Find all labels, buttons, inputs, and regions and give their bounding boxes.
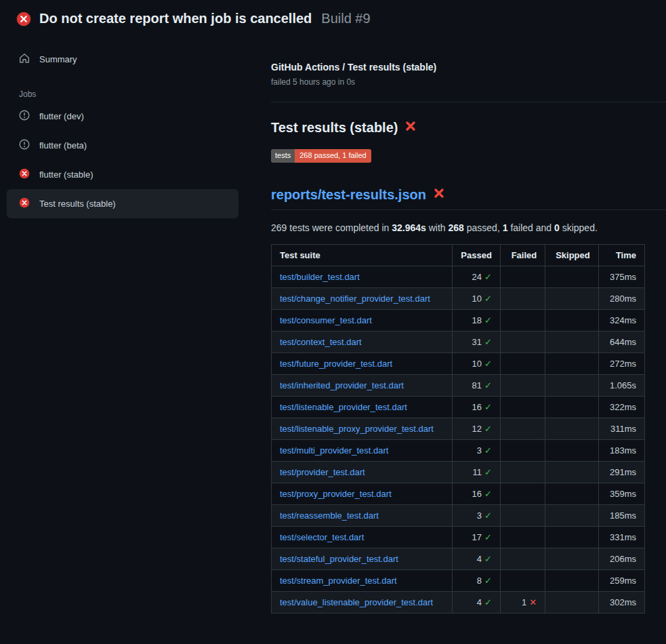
table-row: test/proxy_provider_test.dart16✓359ms — [272, 483, 645, 505]
sidebar-item-label: flutter (dev) — [39, 111, 84, 121]
passed-cell-value: 10 — [472, 359, 482, 369]
passed-cell: 18✓ — [453, 310, 501, 331]
summary-text: 269 tests were completed in — [271, 222, 392, 233]
suite-link[interactable]: test/selector_test.dart — [280, 532, 364, 542]
run-title: Do not create report when job is cancell… — [39, 11, 312, 26]
sidebar-item-flutter-dev[interactable]: flutter (dev) — [7, 102, 238, 131]
check-icon: ✓ — [484, 294, 492, 304]
suite-link[interactable]: test/listenable_proxy_provider_test.dart — [280, 424, 434, 434]
time-cell: 322ms — [598, 397, 644, 418]
report-link[interactable]: reports/test-results.json — [271, 187, 426, 203]
stale-circle-exclamation-icon — [19, 110, 30, 123]
sidebar-item-flutter-beta[interactable]: flutter (beta) — [7, 131, 238, 160]
suite-link[interactable]: test/change_notifier_provider_test.dart — [280, 294, 430, 304]
table-row: test/stateful_provider_test.dart4✓206ms — [272, 548, 645, 570]
time-cell: 375ms — [598, 266, 644, 288]
check-icon: ✓ — [484, 467, 492, 477]
suite-link[interactable]: test/listenable_provider_test.dart — [280, 402, 407, 412]
passed-cell-value: 3 — [477, 445, 482, 456]
col-header-time: Time — [598, 245, 644, 266]
failed-cell — [500, 310, 545, 331]
table-row: test/value_listenable_provider_test.dart… — [272, 592, 645, 613]
passed-cell: 8✓ — [453, 570, 501, 592]
time-cell: 324ms — [598, 310, 644, 331]
skipped-cell — [545, 397, 598, 418]
suite-link[interactable]: test/consumer_test.dart — [280, 315, 372, 325]
suite-cell: test/listenable_provider_test.dart — [272, 397, 453, 418]
check-icon: ✓ — [484, 359, 492, 369]
skipped-cell — [545, 288, 598, 310]
skipped-cell — [545, 353, 598, 375]
skipped-cell — [545, 527, 598, 548]
table-row: test/reassemble_test.dart3✓185ms — [272, 505, 645, 527]
sidebar-item-flutter-stable[interactable]: flutter (stable) — [7, 160, 238, 189]
suite-link[interactable]: test/future_provider_test.dart — [280, 359, 392, 369]
sidebar-item-summary[interactable]: Summary — [7, 47, 238, 72]
time-cell: 206ms — [598, 548, 644, 570]
x-circle-fill-icon — [19, 168, 30, 181]
passed-cell-value: 17 — [472, 532, 482, 542]
passed-cell-value: 4 — [477, 597, 482, 607]
suite-link[interactable]: test/multi_provider_test.dart — [280, 445, 388, 456]
failed-cell: 1✕ — [500, 592, 545, 613]
sidebar-item-label: flutter (beta) — [39, 140, 87, 150]
table-row: test/selector_test.dart17✓331ms — [272, 527, 645, 548]
suite-cell: test/stateful_provider_test.dart — [272, 548, 453, 570]
check-icon: ✓ — [484, 337, 492, 347]
time-cell: 644ms — [598, 331, 644, 353]
summary-skipped: 0 — [554, 222, 560, 233]
failed-cell — [500, 570, 545, 592]
summary-failed: 1 — [503, 222, 508, 233]
skipped-cell — [545, 418, 598, 440]
suite-cell: test/provider_test.dart — [272, 462, 453, 483]
divider — [271, 102, 666, 102]
suite-link[interactable]: test/stream_provider_test.dart — [280, 576, 397, 586]
suite-link[interactable]: test/inherited_provider_test.dart — [280, 380, 404, 390]
badge-label: tests — [271, 149, 295, 163]
passed-cell: 10✓ — [453, 353, 501, 375]
report-heading: reports/test-results.json — [271, 187, 666, 210]
results-table-body: test/builder_test.dart24✓375mstest/chang… — [272, 266, 645, 613]
test-results-table: Test suite Passed Failed Skipped Time te… — [271, 244, 645, 613]
check-icon: ✓ — [484, 532, 492, 542]
suite-link[interactable]: test/provider_test.dart — [280, 467, 365, 477]
suite-link[interactable]: test/reassemble_test.dart — [280, 510, 379, 521]
passed-cell-value: 16 — [472, 402, 482, 412]
red-x-icon — [404, 120, 417, 136]
passed-cell: 10✓ — [453, 288, 501, 310]
table-row: test/inherited_provider_test.dart81✓1.06… — [272, 375, 645, 397]
time-cell: 302ms — [598, 592, 644, 613]
passed-cell-value: 31 — [472, 337, 482, 347]
suite-cell: test/proxy_provider_test.dart — [272, 483, 453, 505]
skipped-cell — [545, 375, 598, 397]
suite-link[interactable]: test/proxy_provider_test.dart — [280, 489, 392, 499]
suite-link[interactable]: test/context_test.dart — [280, 337, 362, 347]
suite-cell: test/consumer_test.dart — [272, 310, 453, 331]
suite-cell: test/listenable_proxy_provider_test.dart — [272, 418, 453, 440]
summary-text: with — [426, 222, 449, 233]
failed-cell — [500, 548, 545, 570]
table-row: test/provider_test.dart11✓291ms — [272, 462, 645, 483]
suite-link[interactable]: test/value_listenable_provider_test.dart — [280, 597, 433, 607]
time-cell: 331ms — [598, 527, 644, 548]
suite-cell: test/inherited_provider_test.dart — [272, 375, 453, 397]
passed-cell: 11✓ — [453, 462, 501, 483]
failed-cell — [500, 440, 545, 462]
suite-link[interactable]: test/builder_test.dart — [280, 272, 360, 282]
check-icon: ✓ — [484, 445, 492, 456]
suite-cell: test/future_provider_test.dart — [272, 353, 453, 375]
table-row: test/future_provider_test.dart10✓272ms — [272, 353, 645, 375]
suite-cell: test/reassemble_test.dart — [272, 505, 453, 527]
summary-passed: 268 — [449, 222, 464, 233]
time-cell: 185ms — [598, 505, 644, 527]
suite-link[interactable]: test/stateful_provider_test.dart — [280, 554, 398, 564]
table-row: test/multi_provider_test.dart3✓183ms — [272, 440, 645, 462]
check-icon: ✓ — [484, 510, 492, 521]
time-cell: 1.065s — [598, 375, 644, 397]
suite-cell: test/selector_test.dart — [272, 527, 453, 548]
sidebar-item-test-results-stable[interactable]: Test results (stable) — [7, 189, 238, 218]
check-icon: ✓ — [484, 272, 492, 282]
check-icon: ✓ — [484, 402, 492, 412]
check-icon: ✓ — [484, 554, 492, 564]
passed-cell-value: 81 — [472, 380, 482, 390]
